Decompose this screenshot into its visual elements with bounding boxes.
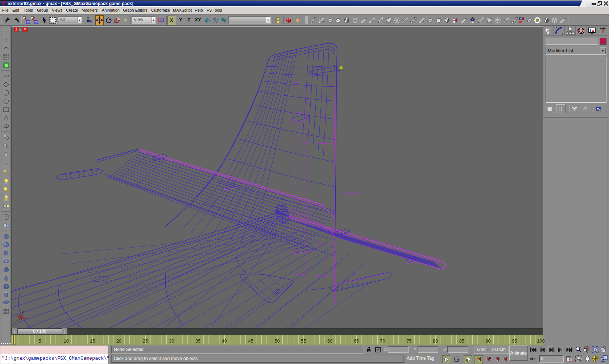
svg-text:20: 20 [116,339,121,344]
svg-text:z: z [22,310,24,313]
svg-text:55: 55 [301,339,306,344]
svg-text:70: 70 [380,339,385,344]
svg-text:F: F [506,356,508,360]
svg-text:45: 45 [248,339,253,344]
svg-text:90: 90 [486,339,491,344]
svg-text:85: 85 [459,339,464,344]
svg-text:30: 30 [169,339,174,344]
svg-text:25: 25 [143,339,148,344]
svg-text:40: 40 [222,339,227,344]
svg-text:50: 50 [275,339,280,344]
svg-text:100: 100 [537,339,545,344]
svg-text:65: 65 [354,339,359,344]
svg-text:35: 35 [195,339,200,344]
svg-text:3: 3 [479,356,481,359]
svg-text:75: 75 [406,339,411,344]
svg-text:80: 80 [433,339,438,344]
svg-text:%: % [497,356,500,360]
svg-text:y: y [14,320,16,324]
svg-text:60: 60 [327,339,332,344]
svg-text:95: 95 [512,339,517,344]
svg-text:15: 15 [90,339,95,344]
svg-text:5: 5 [38,339,41,344]
svg-text:10: 10 [64,339,69,344]
